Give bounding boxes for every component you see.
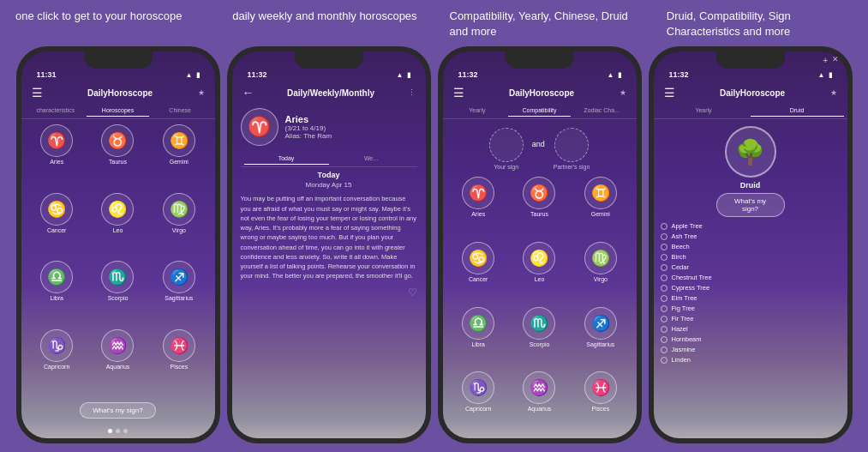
zodiac-item-leo[interactable]: ♌ Leo xyxy=(89,193,147,257)
tree-label-0: Apple Tree xyxy=(672,222,703,230)
tree-radio-1 xyxy=(661,233,667,240)
tree-radio-10 xyxy=(661,326,667,333)
zodiac-name3-taurus: Taurus xyxy=(530,211,548,217)
tree-item-10[interactable]: Hazel xyxy=(661,325,841,333)
menu-icon-3[interactable]: ☰ xyxy=(453,86,464,99)
zodiac-icon3-virgo: ♍ xyxy=(584,242,617,274)
zodiac-item-libra[interactable]: ♎ Libra xyxy=(28,261,86,325)
zodiac-item3-leo[interactable]: ♌ Leo xyxy=(511,242,568,304)
wifi-icon-3: ▲ xyxy=(608,71,614,79)
tree-item-6[interactable]: Cypress Tree xyxy=(661,284,841,292)
zodiac-item3-libra[interactable]: ♎ Libra xyxy=(450,307,507,369)
sign-button-4[interactable]: What's my sign? xyxy=(716,193,785,217)
aries-alias: Alias: The Ram xyxy=(285,132,332,140)
nav-bar-2: ← Daily/Weekly/Monthly ⋮ xyxy=(232,82,426,103)
tree-item-0[interactable]: Apple Tree xyxy=(661,222,841,230)
zodiac-item-virgo[interactable]: ♍ Virgo xyxy=(150,193,207,257)
tree-item-9[interactable]: Fir Tree xyxy=(661,315,841,322)
horoscope-detail: ♈ Aries (3/21 to 4/19) Alias: The Ram To… xyxy=(232,103,426,438)
phone-3: 11:32 ▲ ▮ ☰ DailyHoroscope ★ Yearly Comp… xyxy=(438,46,642,443)
zodiac-name-pisces: Pisces xyxy=(171,364,189,370)
tabs-row-3: Yearly Compatibility Zodiac Cha... xyxy=(443,103,637,119)
zodiac-item-sagittarius[interactable]: ♐ Sagittarius xyxy=(150,261,207,325)
tree-item-8[interactable]: Fig Tree xyxy=(661,304,841,312)
tab-druid[interactable]: Druid xyxy=(751,105,844,117)
zodiac-item3-aries[interactable]: ♈ Aries xyxy=(450,177,507,238)
zodiac-icon-libra: ♎ xyxy=(40,261,73,293)
phone-2: 11:32 ▲ ▮ ← Daily/Weekly/Monthly ⋮ ♈ Ari… xyxy=(227,46,431,443)
zodiac-item-aries[interactable]: ♈ Aries xyxy=(28,124,86,189)
tree-item-4[interactable]: Cedar xyxy=(661,263,841,271)
zodiac-item3-sagittarius[interactable]: ♐ Sagittarius xyxy=(572,307,629,369)
tree-radio-9 xyxy=(661,316,667,322)
zodiac-name3-cancer: Cancer xyxy=(469,276,488,282)
tab-today[interactable]: Today xyxy=(244,153,329,165)
aries-header: ♈ Aries (3/21 to 4/19) Alias: The Ram xyxy=(241,108,417,146)
today-date: Monday Apr 15 xyxy=(241,181,417,189)
zodiac-name-libra: Libra xyxy=(50,295,63,301)
zodiac-item3-capricorn[interactable]: ♑ Capricorn xyxy=(450,371,507,433)
zodiac-name-cancer: Cancer xyxy=(47,227,67,233)
tab-weekly[interactable]: We... xyxy=(329,153,414,165)
compat-partner-circle[interactable] xyxy=(554,128,589,162)
tree-item-3[interactable]: Birch xyxy=(661,253,841,261)
tree-item-1[interactable]: Ash Tree xyxy=(661,232,841,240)
tree-item-11[interactable]: Hornbeam xyxy=(661,335,841,343)
back-icon-2[interactable]: ← xyxy=(242,86,254,99)
zodiac-icon-taurus: ♉ xyxy=(101,124,134,157)
tab-yearly-4[interactable]: Yearly xyxy=(657,105,751,117)
time-1: 11:31 xyxy=(37,70,57,79)
compat-section: Your sign and Partner's sign xyxy=(443,119,637,175)
tab-compat[interactable]: Compatibility xyxy=(508,105,571,117)
zodiac-item3-gemini[interactable]: ♊ Gemini xyxy=(572,177,629,238)
zodiac-item3-scorpio[interactable]: ♏ Scorpio xyxy=(511,307,568,369)
tab-horoscopes[interactable]: Horoscopes xyxy=(87,105,149,117)
star-icon-1[interactable]: ★ xyxy=(198,88,205,97)
tree-item-12[interactable]: Jasmine xyxy=(661,346,841,353)
zodiac-icon-cancer: ♋ xyxy=(40,193,73,226)
menu-icon-4[interactable]: ☰ xyxy=(664,86,675,99)
menu-icon-1[interactable]: ☰ xyxy=(32,86,43,99)
zodiac-item-scorpio[interactable]: ♏ Scorpio xyxy=(89,261,147,325)
caption-2: daily weekly and monthly horoscopes xyxy=(217,0,434,46)
tree-radio-11 xyxy=(661,336,667,343)
more-icon-2[interactable]: ⋮ xyxy=(408,88,416,97)
zodiac-icon-scorpio: ♏ xyxy=(101,261,134,293)
star-icon-3[interactable]: ★ xyxy=(620,88,626,97)
compat-your-circle[interactable] xyxy=(489,128,524,162)
sign-button-1[interactable]: What's my sign? xyxy=(80,402,155,419)
tabs-row-1: characteristics Horoscopes Chinese xyxy=(21,103,215,119)
zodiac-icon3-aries: ♈ xyxy=(462,177,494,209)
phone-notch-1 xyxy=(84,51,153,69)
caption-3: Compatibility, Yearly, Chinese, Druid an… xyxy=(434,0,651,46)
tree-item-5[interactable]: Chestnut Tree xyxy=(661,274,841,281)
phone-screen-1: 11:31 ▲ ▮ ☰ DailyHoroscope ★ characteris… xyxy=(21,51,215,438)
zodiac-item3-cancer[interactable]: ♋ Cancer xyxy=(450,242,507,304)
tab-characteristics[interactable]: characteristics xyxy=(25,105,87,117)
status-icons-4: ▲ ▮ xyxy=(818,71,832,79)
zodiac-item3-pisces[interactable]: ♓ Pisces xyxy=(572,371,629,433)
druid-label: Druid xyxy=(661,181,841,190)
tab-zodiac[interactable]: Zodiac Cha... xyxy=(571,105,633,117)
zodiac-item-gemini[interactable]: ♊ Gemini xyxy=(150,124,207,189)
tree-item-2[interactable]: Beech xyxy=(661,243,841,250)
tree-label-3: Birch xyxy=(672,253,686,261)
heart-icon[interactable]: ♡ xyxy=(241,286,417,298)
tab-chinese[interactable]: Chinese xyxy=(149,105,212,117)
zodiac-item-capricorn[interactable]: ♑ Capricorn xyxy=(28,329,86,394)
tree-label-8: Fig Tree xyxy=(672,304,696,312)
zodiac-item-taurus[interactable]: ♉ Taurus xyxy=(89,124,147,189)
tab-yearly-3[interactable]: Yearly xyxy=(446,105,509,117)
tree-radio-6 xyxy=(661,285,667,292)
battery-icon-4: ▮ xyxy=(829,71,832,79)
tree-item-13[interactable]: Linden xyxy=(661,356,841,364)
phone-notch-4 xyxy=(716,51,785,69)
zodiac-item3-taurus[interactable]: ♉ Taurus xyxy=(511,177,568,238)
star-icon-4[interactable]: ★ xyxy=(830,88,837,97)
zodiac-item-cancer[interactable]: ♋ Cancer xyxy=(28,193,86,257)
zodiac-item3-virgo[interactable]: ♍ Virgo xyxy=(572,242,629,304)
zodiac-item-pisces[interactable]: ♓ Pisces xyxy=(150,329,207,394)
zodiac-item3-aquarius[interactable]: ♒ Aquarius xyxy=(511,371,568,433)
tree-item-7[interactable]: Elm Tree xyxy=(661,294,841,302)
zodiac-item-aquarius[interactable]: ♒ Aquarius xyxy=(89,329,147,394)
